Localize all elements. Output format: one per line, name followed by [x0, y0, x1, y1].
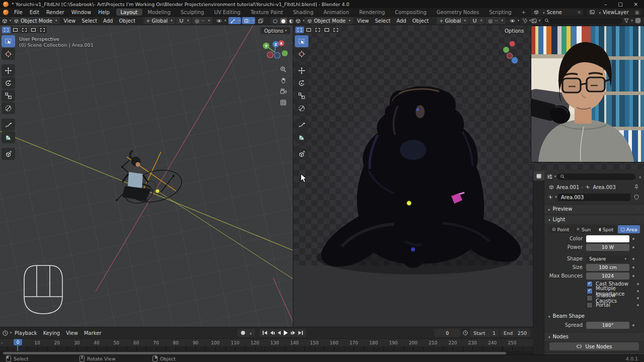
pan-hand-icon[interactable]	[278, 76, 289, 84]
start-frame-field[interactable]: Start1	[470, 329, 499, 337]
tool-add-cube[interactable]	[2, 148, 15, 160]
select-mode-extend-button[interactable]	[304, 27, 313, 33]
workspace-tab[interactable]: UV Editing	[210, 9, 245, 16]
editor-type-button[interactable]	[296, 17, 303, 25]
minimize-button[interactable]: –	[604, 2, 607, 7]
viewport-menu-item[interactable]: Select	[78, 18, 100, 24]
keying-set-dropdown[interactable]	[248, 330, 252, 336]
light-type-button[interactable]: ⊙ Point	[549, 225, 572, 233]
viewport-left-canvas[interactable]: Options User Perspective (0) Scene Colle…	[0, 25, 293, 327]
viewlayer-selector[interactable]: ViewLayer ▣	[587, 9, 642, 16]
tool-select-box[interactable]	[295, 35, 308, 47]
timeline-menu-item[interactable]: View	[63, 330, 81, 336]
select-mode-intersect-button[interactable]	[38, 27, 47, 33]
tool-select-box[interactable]	[2, 35, 15, 47]
tool-transform[interactable]	[2, 102, 15, 114]
animate-dot[interactable]	[632, 246, 634, 248]
app-menu-icon[interactable]	[3, 10, 9, 15]
tool-rotate[interactable]	[2, 77, 15, 89]
tool-move[interactable]	[2, 64, 15, 76]
light-type-button[interactable]: ◖ Spot	[595, 225, 617, 233]
viewport-menu-item[interactable]: View	[61, 18, 79, 24]
tool-move[interactable]	[295, 64, 308, 76]
maximize-button[interactable]: □	[618, 2, 622, 7]
workspace-tab[interactable]: Shading	[288, 9, 318, 16]
tool-add-cube[interactable]	[295, 148, 308, 160]
show-gizmo-toggle[interactable]	[228, 17, 242, 24]
spread-field[interactable]: 180°	[586, 322, 629, 329]
max-bounces-field[interactable]: 1024	[586, 273, 629, 280]
animate-dot[interactable]	[632, 266, 634, 268]
workspace-tab[interactable]: Texture Paint	[246, 9, 288, 16]
shading-solid-button[interactable]: ●	[280, 18, 287, 24]
workspace-tab[interactable]: Modeling	[143, 9, 176, 16]
tool-measure[interactable]	[295, 131, 308, 143]
xray-toggle[interactable]	[256, 17, 266, 24]
shading-wireframe-button[interactable]: ○	[272, 18, 279, 24]
panel-nodes[interactable]: Nodes∷	[544, 332, 644, 341]
timeline-menu-item[interactable]: Playback	[12, 330, 40, 336]
close-button[interactable]: ×	[634, 2, 638, 7]
viewport-menu-item[interactable]: View	[354, 18, 372, 24]
shape-dropdown[interactable]: Square	[586, 255, 629, 262]
workspace-tab[interactable]: Layout	[116, 9, 142, 16]
timeline-ruler[interactable]: 0102030405060708090100110120130140150160…	[0, 338, 533, 347]
checkbox[interactable]	[587, 281, 593, 287]
prev-keyframe-button[interactable]	[270, 331, 275, 335]
panel-light[interactable]: Light∷	[544, 215, 644, 224]
properties-search-input[interactable]	[557, 173, 635, 180]
outliner-display-mode-dropdown[interactable]	[532, 17, 539, 25]
tool-transform[interactable]	[295, 102, 308, 114]
options-dropdown[interactable]: Options	[501, 27, 528, 34]
select-mode-invert-button[interactable]	[29, 27, 38, 33]
auto-keying-record-button[interactable]	[241, 331, 245, 335]
panel-beam-shape[interactable]: Beam Shape	[544, 312, 644, 320]
fake-user-shield-icon[interactable]	[632, 194, 640, 201]
datablock-name-field[interactable]: Area.003	[558, 194, 630, 201]
checkbox[interactable]	[587, 302, 593, 308]
select-mode-new-button[interactable]	[295, 27, 304, 33]
tool-annotate[interactable]	[2, 119, 15, 131]
tool-measure[interactable]	[2, 131, 15, 143]
light-type-button[interactable]: ☼ Sun	[572, 225, 594, 233]
zoom-icon[interactable]	[278, 65, 289, 73]
region-expand-chevron[interactable]: ›	[1, 340, 3, 345]
navigation-gizmo[interactable]: Y Z X	[261, 40, 291, 65]
show-object-types-dropdown[interactable]	[214, 17, 227, 24]
mode-dropdown[interactable]: Object Mode	[11, 17, 60, 24]
panel-preview[interactable]: Preview∷	[544, 204, 644, 213]
next-keyframe-button[interactable]	[291, 331, 295, 335]
navigation-gizmo[interactable]	[499, 40, 529, 70]
scene-selector[interactable]: Scene ✕	[531, 9, 584, 16]
end-frame-field[interactable]: End250	[500, 329, 530, 337]
prev-frame-button[interactable]	[278, 331, 281, 335]
timeline-menu-item[interactable]: Marker	[81, 330, 105, 336]
tool-rotate[interactable]	[295, 77, 308, 89]
mode-dropdown[interactable]: Object Mode	[304, 17, 353, 24]
camera-view-icon[interactable]	[278, 87, 289, 95]
checkbox[interactable]	[587, 295, 593, 301]
workspace-tab[interactable]: Rendering	[355, 9, 389, 16]
color-swatch[interactable]	[586, 235, 629, 242]
select-mode-extend-button[interactable]	[11, 27, 20, 33]
pin-icon[interactable]	[632, 184, 640, 191]
perspective-toggle-icon[interactable]	[278, 99, 289, 106]
workspace-tab[interactable]: Compositing	[390, 9, 431, 16]
timeline-menu-item[interactable]: Keying	[40, 330, 63, 336]
select-mode-subtract-button[interactable]	[313, 27, 322, 33]
select-mode-subtract-button[interactable]	[20, 27, 29, 33]
viewport-menu-item[interactable]: Object	[116, 18, 138, 24]
select-mode-new-button[interactable]	[2, 27, 11, 33]
animate-dot[interactable]	[637, 297, 639, 299]
workspace-tab[interactable]: Geometry Nodes	[432, 9, 484, 16]
workspace-tab[interactable]: Sculpting	[176, 9, 209, 16]
playhead[interactable]: 0	[14, 339, 22, 345]
show-object-types-dropdown[interactable]	[508, 17, 521, 24]
viewport-menu-item[interactable]: Add	[393, 18, 409, 24]
workspace-tab[interactable]: Animation	[319, 9, 354, 16]
tool-annotate[interactable]	[295, 119, 308, 131]
timeline-channel-area[interactable]	[0, 346, 533, 351]
animate-dot[interactable]	[632, 275, 634, 277]
outliner-editor-type-button[interactable]	[522, 17, 530, 25]
use-preview-range-clock-icon[interactable]	[461, 329, 469, 337]
